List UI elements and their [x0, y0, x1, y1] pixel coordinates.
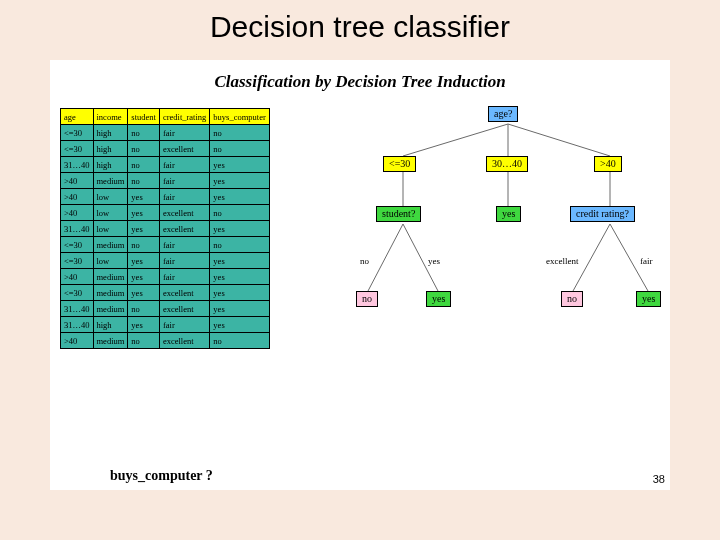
table-cell: no: [128, 237, 160, 253]
table-cell: no: [128, 301, 160, 317]
table-cell: 31…40: [61, 157, 94, 173]
table-cell: no: [210, 205, 269, 221]
table-cell: >40: [61, 333, 94, 349]
table-cell: low: [93, 205, 128, 221]
table-header: age: [61, 109, 94, 125]
table-cell: high: [93, 317, 128, 333]
leaf-student-no: no: [356, 291, 378, 307]
table-row: >40mediumnoexcellentno: [61, 333, 270, 349]
table-cell: yes: [128, 285, 160, 301]
table-cell: medium: [93, 173, 128, 189]
table-row: >40lowyesfairyes: [61, 189, 270, 205]
table-cell: excellent: [159, 301, 209, 317]
table-cell: yes: [210, 173, 269, 189]
table-cell: 31…40: [61, 317, 94, 333]
table-cell: fair: [159, 253, 209, 269]
table-cell: yes: [128, 189, 160, 205]
table-cell: yes: [128, 221, 160, 237]
table-header: income: [93, 109, 128, 125]
decision-tree: age? <=30 30…40 >40 student? yes credit …: [348, 106, 668, 406]
table-cell: excellent: [159, 285, 209, 301]
table-cell: <=30: [61, 285, 94, 301]
table-cell: no: [210, 237, 269, 253]
table-cell: low: [93, 189, 128, 205]
table-cell: no: [128, 333, 160, 349]
table-cell: yes: [210, 253, 269, 269]
table-cell: fair: [159, 269, 209, 285]
table-cell: fair: [159, 125, 209, 141]
table-cell: medium: [93, 301, 128, 317]
table-cell: low: [93, 221, 128, 237]
table-cell: excellent: [159, 141, 209, 157]
table-cell: fair: [159, 237, 209, 253]
svg-line-6: [368, 224, 403, 291]
table-header: buys_computer: [210, 109, 269, 125]
edge-credit-fair: fair: [640, 256, 653, 266]
edge-student-no: no: [360, 256, 369, 266]
table-row: <=30lowyesfairyes: [61, 253, 270, 269]
table-cell: excellent: [159, 221, 209, 237]
table-cell: high: [93, 141, 128, 157]
table-cell: yes: [128, 253, 160, 269]
leaf-mid-yes: yes: [496, 206, 521, 222]
table-cell: no: [128, 125, 160, 141]
table-cell: yes: [128, 317, 160, 333]
node-student: student?: [376, 206, 421, 222]
table-cell: >40: [61, 205, 94, 221]
page-number: 38: [653, 473, 665, 485]
table-cell: 31…40: [61, 221, 94, 237]
table-cell: fair: [159, 189, 209, 205]
table-cell: high: [93, 157, 128, 173]
branch-3040: 30…40: [486, 156, 528, 172]
tree-edges: [348, 106, 668, 406]
table-cell: no: [210, 141, 269, 157]
table-row: <=30highnoexcellentno: [61, 141, 270, 157]
table-cell: no: [210, 125, 269, 141]
table-cell: >40: [61, 173, 94, 189]
branch-le30: <=30: [383, 156, 416, 172]
table-cell: <=30: [61, 141, 94, 157]
table-row: >40mediumyesfairyes: [61, 269, 270, 285]
table-header: student: [128, 109, 160, 125]
table-cell: <=30: [61, 237, 94, 253]
table-cell: fair: [159, 173, 209, 189]
table-row: 31…40lowyesexcellentyes: [61, 221, 270, 237]
table-cell: medium: [93, 333, 128, 349]
table-cell: yes: [210, 269, 269, 285]
table-row: <=30mediumyesexcellentyes: [61, 285, 270, 301]
diagram-canvas: Classification by Decision Tree Inductio…: [50, 60, 670, 490]
branch-gt40: >40: [594, 156, 622, 172]
table-cell: >40: [61, 189, 94, 205]
table-cell: yes: [210, 189, 269, 205]
table-cell: fair: [159, 317, 209, 333]
table-cell: >40: [61, 269, 94, 285]
table-cell: yes: [210, 157, 269, 173]
diagram-content: ageincomestudentcredit_ratingbuys_comput…: [50, 98, 670, 458]
svg-line-0: [403, 124, 508, 156]
table-cell: yes: [210, 221, 269, 237]
table-cell: yes: [128, 205, 160, 221]
edge-student-yes: yes: [428, 256, 440, 266]
table-cell: no: [128, 141, 160, 157]
table-cell: yes: [210, 285, 269, 301]
table-cell: medium: [93, 269, 128, 285]
svg-line-2: [508, 124, 610, 156]
table-cell: low: [93, 253, 128, 269]
table-cell: yes: [210, 317, 269, 333]
table-cell: excellent: [159, 333, 209, 349]
table-cell: medium: [93, 285, 128, 301]
table-cell: no: [210, 333, 269, 349]
table-row: >40lowyesexcellentno: [61, 205, 270, 221]
leaf-credit-yes: yes: [636, 291, 661, 307]
table-cell: no: [128, 157, 160, 173]
table-row: 31…40highnofairyes: [61, 157, 270, 173]
slide-title: Decision tree classifier: [0, 0, 720, 46]
table-row: >40mediumnofairyes: [61, 173, 270, 189]
table-row: 31…40mediumnoexcellentyes: [61, 301, 270, 317]
training-data-table: ageincomestudentcredit_ratingbuys_comput…: [60, 108, 270, 349]
diagram-subtitle: Classification by Decision Tree Inductio…: [50, 60, 670, 98]
table-cell: excellent: [159, 205, 209, 221]
table-row: <=30highnofairno: [61, 125, 270, 141]
svg-line-8: [573, 224, 610, 291]
table-cell: 31…40: [61, 301, 94, 317]
